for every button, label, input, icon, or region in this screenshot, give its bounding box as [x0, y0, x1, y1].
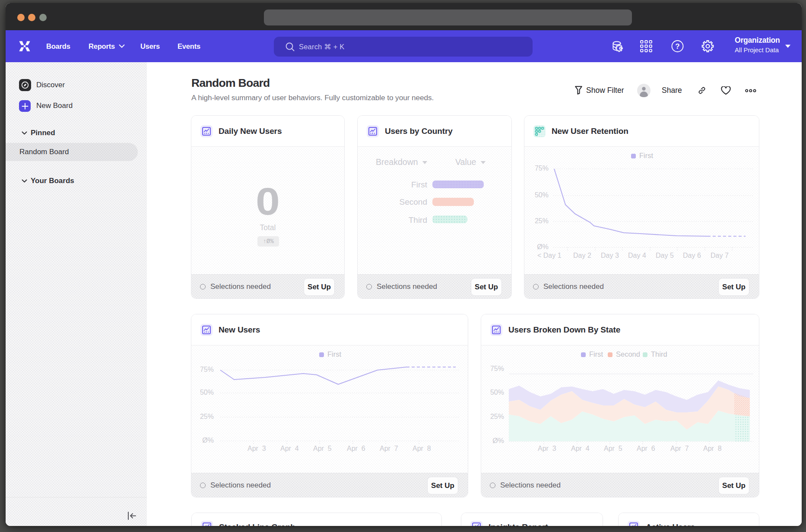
- svg-text:?: ?: [675, 42, 679, 51]
